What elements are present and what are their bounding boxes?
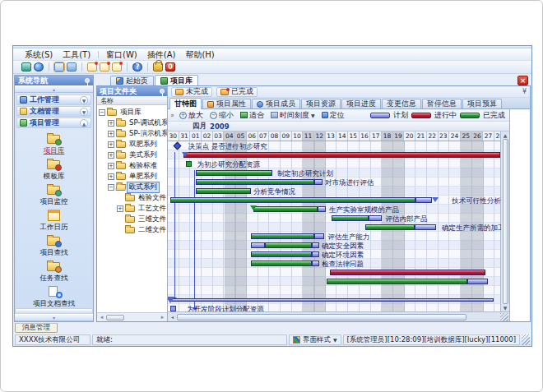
- task-bar-plan[interactable]: [415, 224, 436, 230]
- sidebar-group-2[interactable]: 项目管理▲: [16, 118, 91, 128]
- sidebar-group-0[interactable]: 工作管理▼: [16, 95, 91, 105]
- expand-box-icon[interactable]: +: [108, 141, 114, 148]
- pin-icon[interactable]: [85, 78, 90, 83]
- sidebar-group-partial[interactable]: [15, 308, 93, 314]
- tree-node-9[interactable]: +工艺文件: [97, 203, 167, 214]
- task-bar-plan[interactable]: [318, 206, 326, 212]
- gantt-tab-5[interactable]: 变更信息: [382, 99, 421, 108]
- task-bar-done[interactable]: [365, 224, 415, 230]
- scroll-left-icon[interactable]: ◂: [98, 314, 105, 321]
- gantt-tool-zoom-out[interactable]: −缩小: [208, 110, 235, 121]
- message-icon[interactable]: [87, 62, 97, 71]
- exit-icon[interactable]: 0: [165, 62, 175, 71]
- filter-incomplete-button[interactable]: 未完成: [171, 87, 212, 97]
- task-bar-plan[interactable]: [170, 298, 494, 302]
- tab-project-library[interactable]: 项目库: [155, 75, 198, 85]
- task-bar-done[interactable]: [251, 233, 314, 239]
- task-bar-done[interactable]: [265, 242, 313, 248]
- task-bar-plan[interactable]: [312, 242, 318, 248]
- tree-node-0[interactable]: −项目库: [97, 107, 167, 118]
- task-bar-done[interactable]: [332, 215, 369, 221]
- task-bar-plan[interactable]: [415, 197, 431, 203]
- gantt-tab-2[interactable]: 项目成员: [252, 99, 300, 108]
- pin-icon[interactable]: [160, 89, 165, 94]
- gantt-vertical-scrollbar[interactable]: ▲ ▼: [500, 131, 509, 311]
- marker-box-icon[interactable]: [170, 306, 176, 311]
- sidebar-group-1[interactable]: 文档管理▼: [16, 106, 91, 117]
- scroll-right-icon[interactable]: ▸: [159, 314, 166, 321]
- milestone-diamond[interactable]: [174, 142, 182, 150]
- tree-node-3[interactable]: +双肥系列: [97, 139, 167, 150]
- gantt-tool-fit[interactable]: 适合: [239, 110, 266, 121]
- menu-item-2[interactable]: 窗口(W): [101, 48, 142, 61]
- sidebar-scroll-down[interactable]: ▾: [15, 314, 93, 321]
- task-bar-plan[interactable]: [251, 242, 265, 248]
- gantt-tool-locate[interactable]: 定位: [320, 110, 346, 121]
- tree-node-10[interactable]: 三维文件: [97, 214, 167, 224]
- tab-start-page[interactable]: 起始页: [110, 76, 154, 85]
- tree-node-11[interactable]: 二维文件: [97, 224, 167, 235]
- gantt-tab-0[interactable]: 甘特图: [169, 98, 202, 109]
- filter-overflow-icon[interactable]: ¥: [522, 88, 527, 95]
- close-tab-button[interactable]: ×: [517, 76, 528, 85]
- gantt-tab-1[interactable]: 项目属性: [202, 99, 251, 108]
- lock-icon[interactable]: [153, 62, 163, 71]
- toolbar-overflow-icon[interactable]: »: [170, 112, 174, 119]
- help-icon[interactable]: ?: [132, 62, 142, 71]
- notify-message-icon[interactable]: [112, 62, 122, 71]
- expand-icon[interactable]: ▼: [80, 108, 88, 116]
- task-bar-plan[interactable]: [314, 179, 323, 185]
- task-bar-done[interactable]: [196, 170, 272, 176]
- sidebar-item-6[interactable]: 项目文档查找: [33, 285, 75, 307]
- gantt-tab-3[interactable]: 项目资源: [301, 99, 341, 108]
- task-bar-done[interactable]: [253, 206, 318, 212]
- gantt-chart[interactable]: 决策点 是否进行初步研究为初步研究分配资源制定初步研究计划对市场进行评估分析竞争…: [168, 141, 501, 311]
- tree-column-header[interactable]: 名称: [97, 96, 167, 105]
- task-bar-plan[interactable]: [369, 215, 382, 221]
- system-icon[interactable]: [21, 62, 31, 71]
- tree-node-8[interactable]: 检验文件: [97, 192, 167, 203]
- sidebar-item-0[interactable]: 项目库: [44, 132, 65, 154]
- sidebar-item-2[interactable]: 项目监控: [40, 183, 68, 205]
- scroll-up-icon[interactable]: ▲: [504, 132, 508, 138]
- expand-box-icon[interactable]: +: [117, 205, 123, 212]
- task-bar-done[interactable]: [196, 188, 251, 194]
- collapse-icon[interactable]: ▲: [80, 119, 88, 127]
- gantt-tool-timescale[interactable]: 时间刻度▼: [269, 110, 317, 121]
- collapse-box-icon[interactable]: −: [99, 109, 105, 116]
- window-icon[interactable]: [54, 62, 64, 71]
- sidebar-item-5[interactable]: 任务查找: [40, 260, 68, 282]
- task-bar-progress[interactable]: [330, 270, 485, 275]
- scrollbar-thumb[interactable]: [177, 314, 466, 321]
- task-bar-done[interactable]: [251, 251, 313, 257]
- gantt-tab-4[interactable]: 项目进度: [341, 99, 381, 108]
- expand-box-icon[interactable]: +: [108, 163, 114, 169]
- resize-grip-icon[interactable]: [522, 334, 530, 345]
- task-bar-plan[interactable]: [314, 233, 324, 239]
- collapse-box-icon[interactable]: −: [108, 184, 114, 191]
- tree-node-2[interactable]: +SP-演示机系: [97, 128, 167, 139]
- tree-node-5[interactable]: +检验标准: [97, 160, 167, 171]
- resize-grip-icon[interactable]: [500, 313, 508, 321]
- web-icon[interactable]: [34, 62, 44, 71]
- tree-horizontal-scrollbar[interactable]: ◂ ▸: [97, 312, 167, 321]
- task-bar-progress[interactable]: [183, 152, 500, 158]
- menu-item-4[interactable]: 帮助(H): [180, 48, 219, 61]
- scrollbar-thumb[interactable]: [106, 315, 124, 321]
- scroll-down-icon[interactable]: ▼: [504, 305, 508, 311]
- tree-node-6[interactable]: +单肥系列: [97, 171, 167, 182]
- tab-message-management[interactable]: 消息管理: [15, 323, 58, 333]
- task-bar-done[interactable]: [170, 197, 416, 203]
- layout-icon[interactable]: [67, 62, 77, 71]
- filter-completed-button[interactable]: 已完成: [216, 87, 258, 97]
- ui-style-button[interactable]: 界面样式 ▼: [289, 334, 341, 345]
- task-bar-done[interactable]: [251, 261, 313, 266]
- menu-item-0[interactable]: 系统(S): [20, 48, 58, 61]
- task-bar-plan[interactable]: [467, 279, 488, 284]
- marker-box-icon[interactable]: [186, 161, 192, 167]
- gantt-tab-6[interactable]: 暂停信息: [422, 99, 462, 108]
- scroll-left-icon[interactable]: ◂: [169, 314, 176, 320]
- expand-box-icon[interactable]: +: [108, 173, 114, 180]
- task-bar-done[interactable]: [327, 279, 467, 284]
- sidebar-item-4[interactable]: 项目查找: [40, 234, 68, 256]
